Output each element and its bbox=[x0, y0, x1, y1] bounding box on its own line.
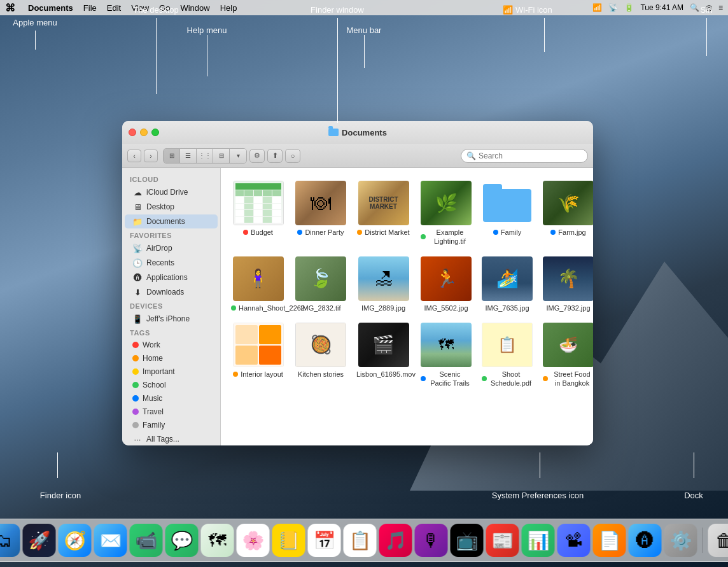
sidebar-item-tag-important[interactable]: Important bbox=[125, 365, 218, 378]
menu-edit[interactable]: Edit bbox=[107, 3, 121, 13]
dock-photos[interactable]: 🌸 bbox=[237, 524, 270, 557]
menu-window[interactable]: Window bbox=[180, 3, 209, 13]
file-item-district-market[interactable]: DISTRICTMARKET District Market bbox=[354, 178, 413, 249]
sidebar-item-tag-family[interactable]: Family bbox=[125, 419, 218, 431]
file-item-budget[interactable]: Budget bbox=[228, 178, 288, 249]
file-item-dinner-party[interactable]: 🍽 Dinner Party bbox=[293, 178, 349, 249]
dock-launchpad[interactable]: 🚀 bbox=[23, 524, 56, 557]
file-item-example-lighting[interactable]: 🌿 Example Lighting.tif bbox=[418, 178, 474, 249]
dock-messages[interactable]: 💬 bbox=[165, 524, 199, 557]
window-title: Documents bbox=[328, 128, 387, 137]
icon-view-button[interactable]: ⊞ bbox=[164, 149, 180, 163]
file-item-img7932[interactable]: 🌴 IMG_7932.jpg bbox=[540, 254, 593, 315]
dock-appstore[interactable]: 🅐 bbox=[629, 524, 662, 557]
dock-reminders[interactable]: 📋 bbox=[344, 524, 377, 557]
dock-appletv[interactable]: 📺 bbox=[451, 524, 484, 557]
dock-facetime[interactable]: 📹 bbox=[130, 524, 163, 557]
sidebar-item-recents[interactable]: 🕒 Recents bbox=[125, 256, 218, 270]
file-thumb-example-lighting: 🌿 bbox=[421, 181, 472, 225]
dock-news[interactable]: 📰 bbox=[486, 524, 519, 557]
apple-menu[interactable]: ⌘ bbox=[5, 2, 15, 14]
sidebar-item-tag-home[interactable]: Home bbox=[125, 352, 218, 365]
menu-go[interactable]: Go bbox=[159, 3, 170, 13]
file-item-farm[interactable]: 🌾 Farm.jpg bbox=[540, 178, 593, 249]
file-item-img5502[interactable]: 🏃 IMG_5502.jpg bbox=[418, 254, 474, 315]
tag-button[interactable]: ○ bbox=[285, 149, 300, 163]
view-options-button[interactable]: ▾ bbox=[230, 149, 246, 163]
file-thumb-interior-layout bbox=[233, 323, 284, 367]
sidebar-item-desktop[interactable]: 🖥 Desktop bbox=[125, 200, 218, 214]
clock: Tue 9:41 AM bbox=[640, 3, 683, 12]
fullscreen-button[interactable] bbox=[151, 129, 159, 136]
iphone-icon: 📱 bbox=[132, 314, 143, 324]
sidebar-item-applications[interactable]: 🅐 Applications bbox=[125, 270, 218, 284]
dock-music[interactable]: 🎵 bbox=[379, 524, 412, 557]
spotlight-icon[interactable]: 🔍 bbox=[690, 3, 699, 12]
file-item-shoot-schedule[interactable]: 📋 Shoot Schedule.pdf bbox=[479, 320, 535, 391]
file-label-img2889: IMG_2889.jpg bbox=[361, 304, 405, 312]
sidebar-item-airdrop[interactable]: 📡 AirDrop bbox=[125, 241, 218, 255]
file-item-img2889[interactable]: 🏖 IMG_2889.jpg bbox=[354, 254, 413, 315]
dock-podcasts[interactable]: 🎙 bbox=[415, 524, 448, 557]
dock-calendar[interactable]: 📅 bbox=[308, 524, 341, 557]
dock-mail[interactable]: ✉️ bbox=[94, 524, 127, 557]
file-item-scenic-pacific[interactable]: 🗺 Scenic Pacific Trails bbox=[418, 320, 474, 391]
dock-maps[interactable]: 🗺 bbox=[201, 524, 234, 557]
menu-finder[interactable]: Documents bbox=[28, 3, 73, 13]
action-button[interactable]: ⚙ bbox=[249, 149, 265, 163]
file-item-interior-layout[interactable]: Interior layout bbox=[228, 320, 288, 391]
forward-button[interactable]: › bbox=[144, 150, 158, 162]
siri-menu-icon[interactable]: ◎ bbox=[706, 3, 712, 12]
finder-body: iCloud ☁ iCloud Drive 🖥 Desktop 📁 Docume… bbox=[122, 168, 593, 445]
menu-help[interactable]: Help bbox=[220, 3, 237, 13]
dock-finder[interactable]: 🗂 bbox=[0, 524, 20, 557]
dock-numbers[interactable]: 📊 bbox=[522, 524, 555, 557]
file-label-interior-layout: Interior layout bbox=[233, 370, 283, 379]
sidebar-item-tag-travel[interactable]: Travel bbox=[125, 405, 218, 418]
file-item-family[interactable]: Family bbox=[479, 178, 535, 249]
dock-safari[interactable]: 🧭 bbox=[59, 524, 92, 557]
dock-contacts[interactable]: 📒 bbox=[272, 524, 305, 557]
tag-dot-farm bbox=[550, 230, 556, 235]
sidebar-section-tags: Tags bbox=[122, 326, 220, 338]
file-thumb-dinner-party: 🍽 bbox=[295, 181, 346, 225]
tag-color-travel bbox=[132, 409, 139, 415]
back-button[interactable]: ‹ bbox=[127, 150, 141, 162]
tag-color-school bbox=[132, 382, 139, 388]
sidebar-item-all-tags[interactable]: ··· All Tags... bbox=[125, 432, 218, 445]
control-center-icon[interactable]: ≡ bbox=[718, 3, 723, 12]
menu-file[interactable]: File bbox=[83, 3, 97, 13]
file-item-hannah-shoot[interactable]: 🧍‍♀️ Hannah_Shoot_2262 bbox=[228, 254, 288, 315]
list-view-button[interactable]: ☰ bbox=[180, 149, 197, 163]
menu-view[interactable]: View bbox=[131, 3, 149, 13]
search-input[interactable] bbox=[479, 151, 582, 160]
sidebar-item-downloads[interactable]: ⬇ Downloads bbox=[125, 285, 218, 299]
tag-dot-district-market bbox=[357, 230, 362, 235]
file-item-kitchen-stories[interactable]: 🥘 Kitchen stories bbox=[293, 320, 349, 391]
dock-keynote[interactable]: 📽 bbox=[557, 524, 591, 557]
file-item-lisbon[interactable]: 🎬 Lisbon_61695.mov bbox=[354, 320, 413, 391]
column-view-button[interactable]: ⋮⋮ bbox=[197, 149, 213, 163]
share-button[interactable]: ⬆ bbox=[267, 149, 283, 163]
file-item-street-food[interactable]: 🍜 Street Food in Bangkok bbox=[540, 320, 593, 391]
sidebar: iCloud ☁ iCloud Drive 🖥 Desktop 📁 Docume… bbox=[122, 168, 221, 445]
sidebar-item-icloud-drive[interactable]: ☁ iCloud Drive bbox=[125, 185, 218, 199]
file-item-img7635[interactable]: 🏄 IMG_7635.jpg bbox=[479, 254, 535, 315]
sidebar-item-tag-school[interactable]: School bbox=[125, 379, 218, 391]
tag-dot-dinner-party bbox=[297, 230, 302, 235]
dock-trash[interactable]: 🗑 bbox=[708, 524, 729, 557]
gallery-view-button[interactable]: ⊟ bbox=[213, 149, 230, 163]
search-bar[interactable]: 🔍 bbox=[461, 149, 588, 163]
minimize-button[interactable] bbox=[140, 129, 148, 136]
dock-pages[interactable]: 📄 bbox=[593, 524, 626, 557]
sidebar-item-tag-work[interactable]: Work bbox=[125, 339, 218, 351]
file-label-budget: Budget bbox=[243, 228, 273, 237]
sidebar-item-iphone[interactable]: 📱 Jeff's iPhone bbox=[125, 312, 218, 326]
sidebar-item-tag-music[interactable]: Music bbox=[125, 392, 218, 405]
file-item-img2832[interactable]: 🍃 IMG_2832.tif bbox=[293, 254, 349, 315]
dock-syspref[interactable]: ⚙️ bbox=[664, 524, 697, 557]
close-button[interactable] bbox=[129, 129, 136, 136]
file-label-district-market: District Market bbox=[357, 228, 409, 237]
file-label-img2832: IMG_2832.tif bbox=[301, 304, 341, 312]
sidebar-item-documents[interactable]: 📁 Documents bbox=[125, 214, 218, 228]
